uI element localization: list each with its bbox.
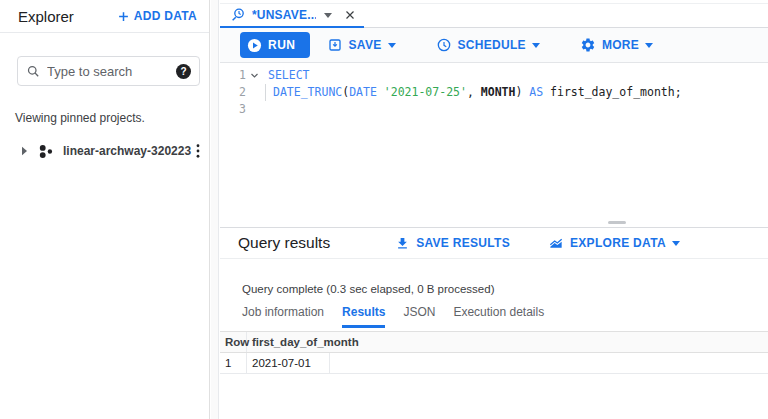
clock-icon bbox=[436, 37, 452, 53]
query-workspace: *UNSAVE... RUN SAVE bbox=[220, 0, 768, 419]
more-label: MORE bbox=[602, 38, 639, 52]
close-icon[interactable] bbox=[344, 9, 356, 21]
explorer-title: Explorer bbox=[18, 8, 74, 25]
query-toolbar: RUN SAVE SCHEDULE bbox=[220, 28, 768, 63]
results-table: Row first_day_of_month 1 2021-07-01 bbox=[220, 331, 768, 374]
code-line-3: 3 bbox=[220, 101, 768, 118]
sql-keyword: SELECT bbox=[268, 68, 310, 82]
resize-handle[interactable] bbox=[608, 221, 626, 224]
search-icon bbox=[26, 64, 41, 79]
results-tab-bar: Job information Results JSON Execution d… bbox=[242, 305, 562, 328]
column-header-first-day-of-month: first_day_of_month bbox=[247, 332, 330, 352]
results-title: Query results bbox=[238, 234, 330, 252]
line-number: 3 bbox=[220, 101, 246, 118]
sql-function: DATE_TRUNC bbox=[273, 85, 342, 99]
explorer-search-box[interactable]: ? bbox=[17, 56, 200, 86]
tab-json[interactable]: JSON bbox=[403, 305, 435, 328]
sidebar-item-project[interactable]: linear-archway-320223 bbox=[0, 138, 209, 164]
project-icon bbox=[38, 143, 55, 160]
add-data-button[interactable]: ADD DATA bbox=[116, 9, 197, 24]
tab-menu-caret-icon[interactable] bbox=[324, 13, 332, 18]
run-button[interactable]: RUN bbox=[240, 32, 310, 58]
explore-data-label: EXPLORE DATA bbox=[570, 236, 666, 250]
save-results-button[interactable]: SAVE RESULTS bbox=[395, 236, 510, 251]
table-row[interactable]: 1 2021-07-01 bbox=[220, 353, 768, 374]
query-icon bbox=[230, 7, 246, 23]
explorer-panel: Explorer ADD DATA ? Viewing pinned proje… bbox=[0, 0, 210, 419]
expand-arrow-icon[interactable] bbox=[20, 146, 29, 156]
tab-results[interactable]: Results bbox=[342, 305, 385, 328]
help-icon[interactable]: ? bbox=[176, 64, 191, 79]
code-line-2: 2 DATE_TRUNC(DATE '2021-07-25', MONTH) A… bbox=[220, 84, 768, 101]
sql-string: '2021-07-25' bbox=[384, 85, 467, 99]
save-label: SAVE bbox=[349, 38, 382, 52]
explorer-header: Explorer ADD DATA bbox=[0, 0, 209, 33]
sql-editor[interactable]: 1 SELECT 2 DATE_TRUNC(DATE '2021-07-25',… bbox=[220, 63, 768, 219]
schedule-label: SCHEDULE bbox=[458, 38, 526, 52]
chevron-down-icon bbox=[672, 241, 680, 246]
editor-tab-strip: *UNSAVE... bbox=[220, 3, 768, 28]
explore-data-button[interactable]: EXPLORE DATA bbox=[548, 235, 680, 251]
chevron-down-icon bbox=[532, 43, 540, 48]
line-number: 2 bbox=[220, 84, 246, 101]
fold-chevron-icon[interactable] bbox=[246, 67, 262, 84]
code-line-1: 1 SELECT bbox=[220, 67, 768, 84]
project-name: linear-archway-320223 bbox=[63, 144, 191, 158]
search-input[interactable] bbox=[47, 64, 176, 79]
chart-icon bbox=[548, 235, 564, 251]
tab-unsaved-query[interactable]: *UNSAVE... bbox=[220, 4, 364, 29]
save-results-label: SAVE RESULTS bbox=[416, 236, 510, 250]
chevron-down-icon bbox=[388, 43, 396, 48]
results-header: Query results SAVE RESULTS EXPLORE DATA bbox=[220, 228, 768, 259]
tab-execution-details[interactable]: Execution details bbox=[453, 305, 544, 328]
cell-row-number: 1 bbox=[220, 353, 247, 373]
pinned-projects-note: Viewing pinned projects. bbox=[15, 111, 145, 125]
sql-keyword: DATE bbox=[349, 85, 377, 99]
chevron-down-icon bbox=[645, 43, 653, 48]
gear-icon bbox=[580, 37, 596, 53]
project-menu-icon[interactable] bbox=[196, 144, 200, 158]
run-label: RUN bbox=[268, 38, 296, 52]
panel-splitter[interactable] bbox=[211, 0, 219, 419]
cell-first-day-of-month: 2021-07-01 bbox=[247, 353, 330, 373]
query-status: Query complete (0.3 sec elapsed, 0 B pro… bbox=[242, 283, 495, 295]
add-data-label: ADD DATA bbox=[134, 9, 197, 23]
sql-datepart: MONTH bbox=[481, 85, 516, 99]
save-icon bbox=[327, 37, 343, 53]
sql-identifier: first_day_of_month; bbox=[543, 85, 681, 99]
line-number: 1 bbox=[220, 67, 246, 84]
sql-keyword: AS bbox=[529, 85, 543, 99]
plus-icon bbox=[116, 9, 131, 24]
table-header-row: Row first_day_of_month bbox=[220, 331, 768, 353]
tab-label: *UNSAVE... bbox=[252, 8, 316, 22]
query-results-panel: Query results SAVE RESULTS EXPLORE DATA … bbox=[220, 227, 768, 419]
play-icon bbox=[247, 38, 262, 53]
schedule-button[interactable]: SCHEDULE bbox=[436, 37, 540, 53]
more-button[interactable]: MORE bbox=[580, 37, 653, 53]
tab-job-information[interactable]: Job information bbox=[242, 305, 324, 328]
download-icon bbox=[395, 236, 410, 251]
column-header-row: Row bbox=[220, 332, 247, 352]
save-button[interactable]: SAVE bbox=[327, 37, 396, 53]
